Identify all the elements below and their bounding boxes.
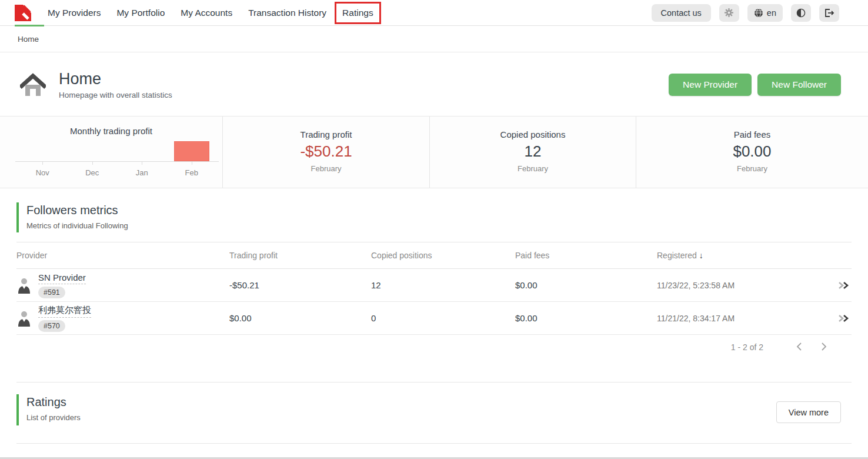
logout-icon (824, 8, 834, 18)
monthly-trading-profit-chart: Monthly trading profit NovDecJanFeb (0, 117, 222, 188)
ratings-header: Ratings List of providers (16, 394, 81, 425)
nav-item-my-portfolio[interactable]: My Portfolio (116, 8, 165, 18)
cell-copied-positions: 12 (371, 280, 515, 290)
stat-card-paid-fees: Paid fees $0.00 February (636, 117, 868, 188)
chevron-right-icon (820, 342, 828, 351)
stats-strip: Monthly trading profit NovDecJanFeb Trad… (0, 116, 868, 188)
divider (16, 382, 852, 382)
provider-name-link[interactable]: SN Provider (38, 272, 86, 284)
cell-registered: 11/21/22, 8:34:17 AM (657, 314, 822, 323)
axis-label: Feb (167, 168, 217, 177)
followers-table: Provider Trading profit Copied positions… (16, 242, 852, 360)
nav-item-my-providers[interactable]: My Providers (48, 8, 101, 18)
stat-value: $0.00 (733, 142, 771, 161)
cell-registered: 11/23/22, 5:23:58 AM (657, 281, 822, 290)
pagination-range-label: 1 - 2 of 2 (731, 342, 763, 352)
column-header-copied-positions[interactable]: Copied positions (371, 251, 515, 260)
theme-contrast-button[interactable] (791, 4, 811, 22)
header-buttons: New Provider New Follower (669, 74, 841, 96)
pagination-next-button[interactable] (817, 341, 830, 354)
chart-title: Monthly trading profit (0, 126, 222, 136)
table-row[interactable]: 利弗莫尔窨投 #570 $0.00 0 $0.00 11/21/22, 8:34… (16, 302, 852, 335)
cell-paid-fees: $0.00 (515, 313, 657, 323)
divider (16, 443, 852, 444)
nav-item-ratings-label: Ratings (342, 8, 373, 18)
provider-name-link[interactable]: 利弗莫尔窨投 (38, 305, 91, 318)
gear-icon (724, 8, 734, 18)
pagination-prev-button[interactable] (793, 341, 806, 354)
nav-item-my-accounts[interactable]: My Accounts (181, 8, 232, 18)
chart-category-nov: Nov (18, 138, 68, 177)
nav-item-ratings[interactable]: Ratings (342, 8, 373, 18)
stat-label: Paid fees (734, 129, 771, 139)
page-header: Home Homepage with overall statistics Ne… (0, 52, 868, 116)
avatar-icon (16, 310, 32, 327)
row-details-button[interactable] (822, 281, 850, 290)
top-nav: My Providers My Portfolio My Accounts Tr… (0, 0, 868, 26)
table-row[interactable]: SN Provider #591 -$50.21 12 $0.00 11/23/… (16, 269, 852, 302)
title-block: Home Homepage with overall statistics (59, 70, 172, 99)
provider-cell: SN Provider #591 (16, 272, 229, 298)
nav-actions: Contact us en (652, 4, 868, 22)
provider-cell: 利弗莫尔窨投 #570 (16, 305, 229, 332)
stat-label: Trading profit (301, 129, 352, 139)
axis-tick (192, 162, 192, 165)
bar-chart: NovDecJanFeb (18, 138, 216, 177)
provider-id-badge: #591 (38, 287, 65, 298)
column-header-trading-profit[interactable]: Trading profit (229, 251, 371, 260)
ratings-subtitle: List of providers (26, 413, 81, 422)
axis-tick (92, 162, 93, 165)
followers-metrics-subtitle: Metrics of individual Following (26, 221, 128, 230)
cell-trading-profit: $0.00 (229, 313, 371, 323)
axis-label: Dec (68, 168, 118, 177)
ratings-section: Ratings List of providers View more (16, 394, 841, 425)
breadcrumb-bar: Home (0, 26, 868, 52)
active-nav-indicator (15, 25, 44, 26)
logo-icon (15, 5, 31, 21)
app-logo[interactable] (15, 5, 31, 21)
cell-paid-fees: $0.00 (515, 280, 657, 290)
axis-label: Nov (18, 168, 68, 177)
stat-card-trading-profit: Trading profit -$50.21 February (222, 117, 429, 188)
stat-card-copied-positions: Copied positions 12 February (429, 117, 636, 188)
cell-trading-profit: -$50.21 (229, 280, 371, 290)
contrast-icon (796, 8, 806, 18)
globe-icon (754, 8, 763, 18)
stat-period: February (311, 164, 341, 173)
nav-item-transaction-history[interactable]: Transaction History (248, 8, 326, 18)
axis-tick (142, 162, 142, 165)
chart-bar-feb (174, 141, 209, 161)
breadcrumb[interactable]: Home (18, 35, 39, 44)
cell-copied-positions: 0 (371, 313, 515, 323)
chart-category-feb: Feb (167, 138, 217, 177)
chevron-left-icon (795, 342, 803, 351)
followers-metrics-title: Followers metrics (26, 204, 128, 217)
view-more-button[interactable]: View more (776, 401, 841, 423)
table-header-row: Provider Trading profit Copied positions… (16, 242, 852, 269)
double-chevron-right-icon (837, 314, 850, 323)
row-details-button[interactable] (822, 314, 850, 323)
new-provider-button[interactable]: New Provider (669, 74, 752, 96)
stat-period: February (518, 164, 548, 173)
double-chevron-right-icon (837, 281, 850, 290)
column-header-registered[interactable]: Registered↓ (657, 251, 822, 260)
followers-metrics-header: Followers metrics Metrics of individual … (16, 202, 841, 232)
language-button[interactable]: en (747, 4, 783, 22)
chart-category-dec: Dec (68, 138, 118, 177)
new-follower-button[interactable]: New Follower (757, 74, 841, 96)
stat-value: -$50.21 (300, 142, 352, 161)
registered-label: Registered (657, 251, 697, 260)
column-header-paid-fees[interactable]: Paid fees (515, 251, 657, 260)
page-subtitle: Homepage with overall statistics (59, 91, 172, 99)
home-icon (20, 72, 46, 97)
sort-desc-icon: ↓ (699, 251, 703, 260)
column-header-provider[interactable]: Provider (16, 251, 229, 260)
logout-button[interactable] (819, 4, 839, 22)
axis-tick (42, 162, 43, 165)
provider-id-badge: #570 (38, 320, 65, 332)
avatar-icon (16, 277, 32, 294)
settings-button[interactable] (719, 4, 739, 22)
contact-us-button[interactable]: Contact us (652, 4, 711, 22)
stat-value: 12 (525, 142, 542, 161)
page-title: Home (59, 70, 172, 88)
